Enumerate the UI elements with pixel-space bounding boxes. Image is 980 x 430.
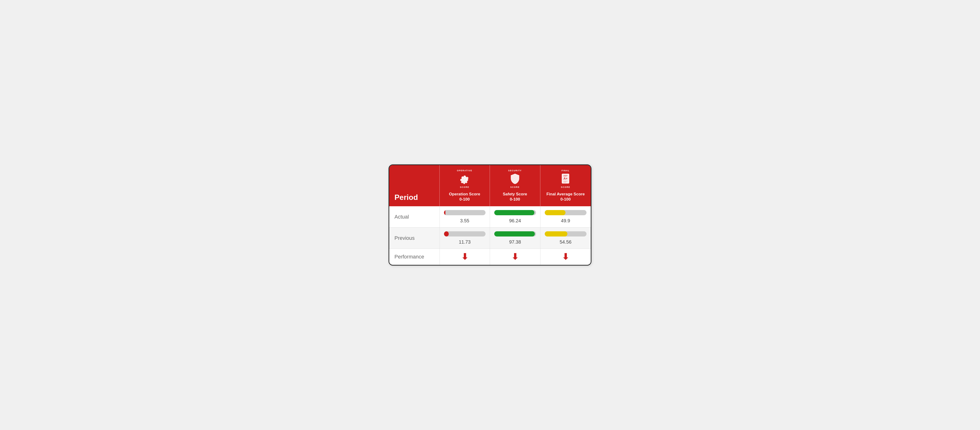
safety-down-arrow-icon: ⬇: [511, 253, 519, 261]
previous-final-bar-container: [545, 231, 587, 237]
previous-op-bar-container: [444, 231, 486, 237]
header-period: Period: [389, 165, 440, 206]
actual-row: Actual 3.55 96.24 49.9: [389, 206, 591, 227]
operation-down-arrow-icon: ⬇: [461, 253, 468, 261]
final-score-title: Final Average Score 0-100: [546, 192, 585, 202]
header-row: Period OPERATIVE SCORE Operation Score 0…: [389, 165, 591, 206]
actual-operation-cell: 3.55: [440, 206, 490, 227]
final-down-arrow-icon: ⬇: [562, 253, 569, 261]
previous-label-cell: Previous: [389, 227, 440, 249]
final-label-bottom: SCORE: [561, 186, 570, 188]
actual-label: Actual: [395, 214, 409, 220]
previous-safety-bar-container: [494, 231, 536, 237]
performance-operation-cell: ⬇: [440, 249, 490, 265]
actual-final-score: 49.9: [561, 218, 570, 224]
safety-score-title: Safety Score 0-100: [503, 192, 527, 202]
actual-op-bar-fill: [444, 210, 445, 215]
actual-op-bar-container: [444, 210, 486, 215]
report-card-icon: A+: [559, 173, 572, 185]
actual-label-cell: Actual: [389, 206, 440, 227]
svg-rect-4: [563, 176, 567, 177]
actual-op-score: 3.55: [460, 218, 469, 224]
actual-safety-bar-container: [494, 210, 536, 215]
security-label-bottom: SCORE: [510, 186, 520, 188]
previous-row: Previous 11.73 97.38 54.56: [389, 227, 591, 249]
actual-final-bar-fill: [545, 210, 566, 215]
svg-rect-5: [563, 181, 568, 181]
previous-label: Previous: [395, 235, 415, 241]
actual-safety-bar-fill: [494, 210, 535, 215]
actual-safety-cell: 96.24: [490, 206, 541, 227]
actual-safety-score: 96.24: [509, 218, 521, 224]
performance-label: Performance: [395, 254, 424, 260]
performance-final-cell: ⬇: [541, 249, 591, 265]
operation-score-title: Operation Score 0-100: [449, 192, 480, 202]
header-operation-score: OPERATIVE SCORE Operation Score 0-100: [440, 165, 490, 206]
previous-operation-cell: 11.73: [440, 227, 490, 249]
previous-final-score: 54.56: [560, 239, 571, 245]
header-safety-score: SECURITY SCORE Safety Score 0-100: [490, 165, 541, 206]
previous-safety-bar-fill: [494, 231, 535, 237]
security-label-top: SECURITY: [508, 169, 522, 172]
period-label: Period: [395, 193, 418, 201]
previous-final-cell: 54.56: [541, 227, 591, 249]
svg-text:A+: A+: [563, 177, 568, 180]
gear-checkmark-icon: [458, 173, 471, 185]
previous-safety-score: 97.38: [509, 239, 521, 245]
operative-score-icon-area: OPERATIVE SCORE: [457, 169, 472, 188]
actual-final-bar-container: [545, 210, 587, 215]
previous-safety-cell: 97.38: [490, 227, 541, 249]
shield-checkmark-icon: [509, 173, 521, 185]
previous-op-score: 11.73: [459, 239, 471, 245]
svg-rect-3: [563, 175, 568, 176]
security-score-icon-area: SECURITY SCORE: [508, 169, 522, 188]
performance-safety-cell: ⬇: [490, 249, 541, 265]
final-score-icon-area: FINAL A+ SCORE: [559, 169, 572, 188]
svg-rect-6: [563, 182, 566, 182]
previous-final-bar-fill: [545, 231, 568, 237]
score-table: Period OPERATIVE SCORE Operation Score 0…: [388, 165, 592, 265]
performance-row: Performance ⬇ ⬇ ⬇: [389, 249, 591, 265]
final-label-top: FINAL: [562, 169, 570, 172]
operative-label-bottom: SCORE: [460, 186, 469, 188]
previous-op-bar-fill: [444, 231, 449, 237]
header-final-score: FINAL A+ SCORE Final Average Score 0-100: [541, 165, 591, 206]
operative-label-top: OPERATIVE: [457, 169, 472, 172]
actual-final-cell: 49.9: [541, 206, 591, 227]
performance-label-cell: Performance: [389, 249, 440, 265]
